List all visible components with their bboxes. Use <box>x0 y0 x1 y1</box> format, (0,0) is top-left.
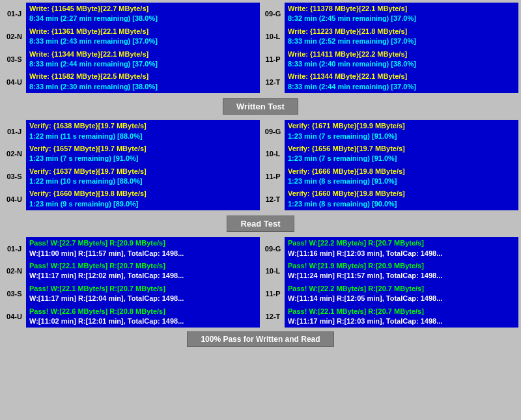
verify-line2-12t: 1:23 min (8 s remaining) [90.0%] <box>288 199 515 209</box>
cell-content-11p: Write: {11411 MByte}[22.2 MByte/s] 8:33 … <box>285 48 518 71</box>
cell-id-02n: 02-N <box>3 25 26 48</box>
pass-cell-12t: 12-T Pass! W:[22.1 MByte/s] R:[20.7 MByt… <box>261 305 518 328</box>
write-line1-04u: Write: {11582 MByte}[22.5 MByte/s] <box>29 72 257 81</box>
verify-row-4: 04-U Verify: {1660 MByte}[19.8 MByte/s] … <box>3 188 518 210</box>
verify-id-10l: 10-L <box>261 143 285 165</box>
verify-line1-03s: Verify: {1637 MByte}[19.7 MByte/s] <box>29 167 257 176</box>
verify-row-3: 03-S Verify: {1637 MByte}[19.7 MByte/s] … <box>3 165 518 188</box>
pass-line1-12t: Pass! W:[22.1 MByte/s] R:[20.7 MByte/s] <box>288 307 515 316</box>
write-cell-04u: 04-U Write: {11582 MByte}[22.5 MByte/s] … <box>3 70 260 93</box>
pass-content-10l: Pass! W:[21.9 MByte/s] R:[20.9 MByte/s] … <box>285 260 518 283</box>
pass-row-4: 04-U Pass! W:[22.6 MByte/s] R:[20.8 MByt… <box>3 305 518 328</box>
verify-id-02n: 02-N <box>3 143 26 165</box>
pass-cell-11p: 11-P Pass! W:[22.2 MByte/s] R:[20.7 MByt… <box>261 283 518 305</box>
pass-line1-10l: Pass! W:[21.9 MByte/s] R:[20.9 MByte/s] <box>288 261 515 271</box>
verify-id-12t: 12-T <box>261 188 285 210</box>
pass-content-03s: Pass! W:[22.1 MByte/s] R:[20.7 MByte/s] … <box>26 283 260 305</box>
verify-line2-10l: 1:23 min (7 s remaining) [91.0%] <box>288 154 515 163</box>
verify-content-01j: Verify: {1638 MByte}[19.7 MByte/s] 1:22 … <box>26 120 260 143</box>
verify-content-10l: Verify: {1656 MByte}[19.7 MByte/s] 1:23 … <box>285 143 518 165</box>
verify-id-04u: 04-U <box>3 188 26 210</box>
verify-id-01j: 01-J <box>3 120 26 143</box>
write-row-4: 04-U Write: {11582 MByte}[22.5 MByte/s] … <box>3 70 518 93</box>
verify-id-09g: 09-G <box>261 120 285 143</box>
verify-content-04u: Verify: {1660 MByte}[19.8 MByte/s] 1:23 … <box>26 188 260 210</box>
write-cell-03s: 03-S Write: {11344 MByte}[22.1 MByte/s] … <box>3 48 260 71</box>
verify-line2-02n: 1:23 min (7 s remaining) [91.0%] <box>29 154 257 163</box>
pass-cell-01j: 01-J Pass! W:[22.7 MByte/s] R:[20.9 MByt… <box>3 237 260 260</box>
verify-row-1: 01-J Verify: {1638 MByte}[19.7 MByte/s] … <box>3 120 518 143</box>
pass-id-01j: 01-J <box>3 237 26 260</box>
pass-line1-01j: Pass! W:[22.7 MByte/s] R:[20.9 MByte/s] <box>29 238 257 248</box>
cell-id-10l: 10-L <box>261 25 285 48</box>
write-line2-01j: 8:34 min (2:27 min remaining) [38.0%] <box>29 14 257 23</box>
write-line2-12t: 8:33 min (2:44 min remaining) [37.0%] <box>288 82 515 92</box>
pass-line2-12t: W:[11:17 min] R:[12:03 min], TotalCap: 1… <box>288 316 515 326</box>
cell-content-10l: Write: {11223 MByte}[21.8 MByte/s] 8:33 … <box>285 25 518 48</box>
write-line1-03s: Write: {11344 MByte}[22.1 MByte/s] <box>29 49 257 59</box>
verify-line1-04u: Verify: {1660 MByte}[19.8 MByte/s] <box>29 189 257 199</box>
write-cell-01j: 01-J Write: {11645 MByte}[22.7 MByte/s] … <box>3 3 260 25</box>
verify-line1-02n: Verify: {1657 MByte}[19.7 MByte/s] <box>29 144 257 154</box>
pass-row-2: 02-N Pass! W:[22.1 MByte/s] R:[20.7 MByt… <box>3 260 518 283</box>
write-row-3: 03-S Write: {11344 MByte}[22.1 MByte/s] … <box>3 48 518 71</box>
write-line1-02n: Write: {11361 MByte}[22.1 MByte/s] <box>29 27 257 36</box>
write-line1-10l: Write: {11223 MByte}[21.8 MByte/s] <box>288 27 515 36</box>
verify-line2-03s: 1:22 min (10 s remaining) [88.0%] <box>29 176 257 186</box>
read-test-label: Read Test <box>227 216 294 232</box>
footer-bar: 100% Pass for Written and Read <box>3 329 518 350</box>
pass-line2-11p: W:[11:14 min] R:[12:05 min], TotalCap: 1… <box>288 294 515 303</box>
pass-id-09g: 09-G <box>261 237 285 260</box>
cell-content-02n: Write: {11361 MByte}[22.1 MByte/s] 8:33 … <box>26 25 260 48</box>
verify-row-2: 02-N Verify: {1657 MByte}[19.7 MByte/s] … <box>3 143 518 165</box>
write-line1-01j: Write: {11645 MByte}[22.7 MByte/s] <box>29 4 257 14</box>
pass-id-03s: 03-S <box>3 283 26 305</box>
write-line2-04u: 8:33 min (2:30 min remaining) [38.0%] <box>29 82 257 92</box>
write-line2-10l: 8:33 min (2:52 min remaining) [37.0%] <box>288 36 515 46</box>
cell-id-04u: 04-U <box>3 70 26 93</box>
pass-id-10l: 10-L <box>261 260 285 283</box>
pass-line2-04u: W:[11:02 min] R:[12:01 min], TotalCap: 1… <box>29 316 257 326</box>
pass-content-09g: Pass! W:[22.2 MByte/s] R:[20.7 MByte/s] … <box>285 237 518 260</box>
verify-content-02n: Verify: {1657 MByte}[19.7 MByte/s] 1:23 … <box>26 143 260 165</box>
pass-cell-03s: 03-S Pass! W:[22.1 MByte/s] R:[20.7 MByt… <box>3 283 260 305</box>
write-cell-09g: 09-G Write: {11378 MByte}[22.1 MByte/s] … <box>261 3 518 25</box>
cell-content-01j: Write: {11645 MByte}[22.7 MByte/s] 8:34 … <box>26 3 260 25</box>
pass-line1-03s: Pass! W:[22.1 MByte/s] R:[20.7 MByte/s] <box>29 284 257 294</box>
write-line1-12t: Write: {11344 MByte}[22.1 MByte/s] <box>288 72 515 81</box>
write-line1-09g: Write: {11378 MByte}[22.1 MByte/s] <box>288 4 515 14</box>
write-row-1: 01-J Write: {11645 MByte}[22.7 MByte/s] … <box>3 3 518 25</box>
verify-cell-10l: 10-L Verify: {1656 MByte}[19.7 MByte/s] … <box>261 143 518 165</box>
verify-cell-04u: 04-U Verify: {1660 MByte}[19.8 MByte/s] … <box>3 188 260 210</box>
verify-id-03s: 03-S <box>3 165 26 188</box>
verify-cell-09g: 09-G Verify: {1671 MByte}[19.9 MByte/s] … <box>261 120 518 143</box>
pass-content-04u: Pass! W:[22.6 MByte/s] R:[20.8 MByte/s] … <box>26 305 260 328</box>
pass-line2-09g: W:[11:16 min] R:[12:03 min], TotalCap: 1… <box>288 249 515 259</box>
cell-id-03s: 03-S <box>3 48 26 71</box>
cell-id-12t: 12-T <box>261 70 285 93</box>
written-test-header: Written Test <box>3 96 518 117</box>
pass-id-02n: 02-N <box>3 260 26 283</box>
pass-line2-02n: W:[11:17 min] R:[12:02 min], TotalCap: 1… <box>29 271 257 281</box>
write-line2-11p: 8:33 min (2:40 min remaining) [38.0%] <box>288 59 515 69</box>
cell-content-03s: Write: {11344 MByte}[22.1 MByte/s] 8:33 … <box>26 48 260 71</box>
cell-content-12t: Write: {11344 MByte}[22.1 MByte/s] 8:33 … <box>285 70 518 93</box>
verify-cell-02n: 02-N Verify: {1657 MByte}[19.7 MByte/s] … <box>3 143 260 165</box>
main-container: 01-J Write: {11645 MByte}[22.7 MByte/s] … <box>0 0 521 352</box>
verify-line2-01j: 1:22 min (11 s remaining) [88.0%] <box>29 132 257 141</box>
verify-content-12t: Verify: {1660 MByte}[19.8 MByte/s] 1:23 … <box>285 188 518 210</box>
verify-cell-03s: 03-S Verify: {1637 MByte}[19.7 MByte/s] … <box>3 165 260 188</box>
cell-content-04u: Write: {11582 MByte}[22.5 MByte/s] 8:33 … <box>26 70 260 93</box>
pass-content-01j: Pass! W:[22.7 MByte/s] R:[20.9 MByte/s] … <box>26 237 260 260</box>
read-test-header: Read Test <box>3 213 518 234</box>
verify-line1-12t: Verify: {1660 MByte}[19.8 MByte/s] <box>288 189 515 199</box>
pass-id-12t: 12-T <box>261 305 285 328</box>
verify-line1-01j: Verify: {1638 MByte}[19.7 MByte/s] <box>29 121 257 131</box>
verify-line2-11p: 1:23 min (8 s remaining) [91.0%] <box>288 176 515 186</box>
write-cell-12t: 12-T Write: {11344 MByte}[22.1 MByte/s] … <box>261 70 518 93</box>
write-line2-09g: 8:32 min (2:45 min remaining) [37.0%] <box>288 14 515 23</box>
write-cell-11p: 11-P Write: {11411 MByte}[22.2 MByte/s] … <box>261 48 518 71</box>
verify-line2-04u: 1:23 min (9 s remaining) [89.0%] <box>29 199 257 209</box>
pass-row-3: 03-S Pass! W:[22.1 MByte/s] R:[20.7 MByt… <box>3 283 518 305</box>
pass-cell-02n: 02-N Pass! W:[22.1 MByte/s] R:[20.7 MByt… <box>3 260 260 283</box>
